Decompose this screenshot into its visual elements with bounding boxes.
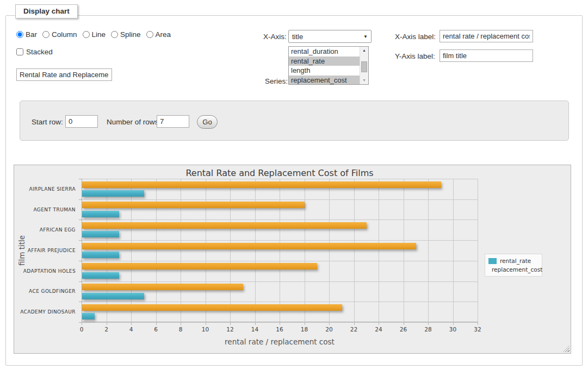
y-axis-tick xyxy=(79,322,82,323)
bar-replacement_cost xyxy=(82,222,367,229)
scroll-down-icon[interactable]: ▼ xyxy=(360,77,368,84)
radio-label: Spline xyxy=(120,30,141,39)
chart-type-option-bar[interactable]: Bar xyxy=(16,30,37,39)
category-label: ADAPTATION HOLES xyxy=(11,268,76,274)
bar-rental_rate xyxy=(82,293,144,299)
gridline-vertical xyxy=(206,179,206,322)
x-axis-label-input[interactable] xyxy=(440,30,533,42)
gridline-vertical xyxy=(354,179,355,322)
y-axis-line xyxy=(82,179,82,322)
gridline-vertical xyxy=(255,179,256,322)
gridline-vertical xyxy=(329,179,330,322)
gridline-vertical xyxy=(305,179,305,322)
chart-x-axis-title: rental rate / replacement cost xyxy=(82,337,478,346)
row-controls-box xyxy=(20,101,569,141)
stacked-label: Stacked xyxy=(26,48,53,56)
num-rows-label: Number of rows: xyxy=(107,118,160,126)
radio-label: Line xyxy=(92,30,106,39)
series-listbox[interactable]: rental_durationrental_ratelengthreplacem… xyxy=(288,46,369,85)
radio-label: Bar xyxy=(26,30,37,39)
x-axis-tick-label: 10 xyxy=(195,326,216,333)
gridline-vertical xyxy=(181,179,181,322)
radio-label: Column xyxy=(52,30,77,39)
bar-replacement_cost xyxy=(82,243,416,249)
x-axis-select-label: X-Axis: xyxy=(263,33,287,41)
bar-replacement_cost xyxy=(82,263,317,269)
gridline-horizontal xyxy=(82,302,478,302)
chart-container: Rental Rate and Replacement Cost of Film… xyxy=(14,165,571,354)
y-axis-label-label: Y-Axis label: xyxy=(395,52,435,60)
legend-label: replacement_cost xyxy=(492,266,542,273)
radio-bar[interactable] xyxy=(16,31,23,38)
gridline-vertical xyxy=(404,179,404,322)
stacked-checkbox[interactable] xyxy=(16,48,23,55)
gridline-horizontal xyxy=(82,261,478,261)
gridline-horizontal xyxy=(82,281,478,282)
chart-plot-area: 02468101214161820222426283032AIRPLANE SI… xyxy=(82,179,478,322)
chart-title-input[interactable] xyxy=(16,68,112,81)
x-axis-tick xyxy=(478,322,478,325)
start-row-input[interactable] xyxy=(65,115,98,128)
x-axis-tick-label: 28 xyxy=(417,326,439,333)
series-option-rental_rate[interactable]: rental_rate xyxy=(289,57,360,66)
category-label: ACADEMY DINOSAUR xyxy=(11,309,76,315)
page: Display chart BarColumnLineSplineArea St… xyxy=(0,0,588,370)
gridline-horizontal xyxy=(82,240,478,241)
chart-type-option-area[interactable]: Area xyxy=(146,30,171,39)
go-button[interactable]: Go xyxy=(197,115,218,129)
radio-label: Area xyxy=(156,30,171,39)
radio-column[interactable] xyxy=(42,31,49,38)
x-axis-tick-label: 2 xyxy=(96,326,117,333)
x-axis-tick-label: 8 xyxy=(170,326,191,333)
x-axis-tick-label: 30 xyxy=(442,326,464,333)
x-axis-tick-label: 22 xyxy=(343,326,365,333)
x-axis-line xyxy=(82,322,478,322)
series-option-length[interactable]: length xyxy=(289,66,360,76)
gridline-vertical xyxy=(156,179,157,322)
radio-spline[interactable] xyxy=(111,31,118,38)
chart-y-axis-title: film title xyxy=(17,235,26,266)
gridline-vertical xyxy=(379,179,379,322)
chart-type-option-spline[interactable]: Spline xyxy=(111,30,141,39)
x-axis-tick-label: 18 xyxy=(294,326,315,333)
gridline-horizontal xyxy=(82,220,478,220)
x-axis-tick-label: 14 xyxy=(244,326,266,333)
chart-type-option-line[interactable]: Line xyxy=(83,30,106,39)
chart-type-option-column[interactable]: Column xyxy=(42,30,77,39)
gridline-horizontal xyxy=(82,322,478,323)
fieldset-legend: Display chart xyxy=(15,4,78,18)
gridline-vertical xyxy=(230,179,231,322)
num-rows-input[interactable] xyxy=(157,115,189,128)
chevron-down-icon: ▼ xyxy=(363,34,368,39)
x-axis-tick-label: 26 xyxy=(393,326,414,333)
bar-rental_rate xyxy=(82,190,144,197)
x-axis-tick-label: 32 xyxy=(467,326,488,333)
x-axis-select[interactable]: title ▼ xyxy=(288,30,372,43)
x-axis-tick-label: 6 xyxy=(145,326,167,333)
series-option-rental_duration[interactable]: rental_duration xyxy=(289,47,360,57)
series-option-replacement_cost[interactable]: replacement_cost xyxy=(289,76,360,85)
gridline-horizontal xyxy=(82,179,478,179)
chart-title: Rental Rate and Replacement Cost of Film… xyxy=(82,168,478,178)
legend-label: rental_rate xyxy=(500,258,531,264)
x-axis-tick-label: 0 xyxy=(71,326,92,333)
gridline-vertical xyxy=(453,179,454,322)
x-axis-tick-label: 16 xyxy=(269,326,290,333)
gridline-vertical xyxy=(478,179,478,322)
series-listbox-scrollbar[interactable]: ▲ ▼ xyxy=(360,47,368,84)
resize-grip-icon[interactable] xyxy=(563,346,570,352)
legend-item-rental_rate[interactable]: rental_rate xyxy=(488,256,539,265)
chart-type-radios: BarColumnLineSplineArea xyxy=(16,30,171,39)
radio-area[interactable] xyxy=(146,31,153,38)
series-listbox-items: rental_durationrental_ratelengthreplacem… xyxy=(289,47,360,84)
scrollbar-thumb[interactable] xyxy=(361,61,367,72)
y-axis-label-input[interactable] xyxy=(440,49,533,62)
bar-replacement_cost xyxy=(82,284,243,290)
legend-item-replacement_cost[interactable]: replacement_cost xyxy=(488,265,539,274)
scroll-up-icon[interactable]: ▲ xyxy=(360,47,368,54)
gridline-horizontal xyxy=(82,199,478,200)
gridline-vertical xyxy=(428,179,429,322)
bar-rental_rate xyxy=(82,231,119,237)
bar-rental_rate xyxy=(82,313,95,319)
radio-line[interactable] xyxy=(83,31,90,38)
